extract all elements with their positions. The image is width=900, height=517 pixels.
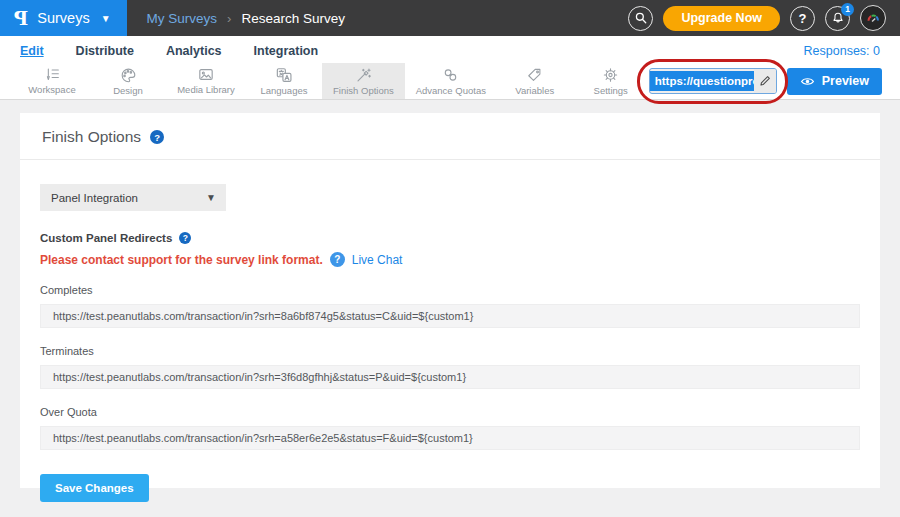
support-notice-text: Please contact support for the survey li… (40, 253, 323, 267)
panel-header: Finish Options ? (20, 113, 880, 160)
panel-body: Panel Integration ▼ Custom Panel Redirec… (20, 160, 880, 502)
custom-panel-redirects-heading: Custom Panel Redirects ? (40, 232, 860, 244)
survey-nav: Edit Distribute Analytics Integration Re… (0, 36, 900, 63)
nav-tab-edit[interactable]: Edit (20, 42, 44, 58)
finish-options-wand-icon (355, 67, 372, 83)
advance-quotas-chain-icon (442, 67, 459, 83)
chevron-down-icon: ▼ (101, 13, 111, 24)
nav-tab-analytics[interactable]: Analytics (166, 42, 222, 58)
edit-url-button[interactable] (754, 69, 776, 93)
breadcrumb: My Surveys › Research Survey (147, 11, 345, 26)
avatar-logo-icon (864, 9, 882, 27)
surveys-menu[interactable]: P Surveys ▼ (0, 0, 127, 36)
toolbar-tab-advance-quotas[interactable]: Advance Quotas (405, 63, 497, 99)
toolbar-tab-settings[interactable]: Settings (573, 63, 649, 99)
finish-options-help-icon[interactable]: ? (150, 130, 164, 144)
top-header: P Surveys ▼ My Surveys › Research Survey… (0, 0, 900, 36)
preview-button[interactable]: Preview (787, 68, 882, 95)
nav-tab-distribute[interactable]: Distribute (76, 42, 134, 58)
header-actions: Upgrade Now ? 1 (628, 5, 900, 31)
toolbar-tab-workspace[interactable]: Workspace (14, 63, 90, 99)
completes-url-field[interactable]: https://test.peanutlabs.com/transaction/… (40, 304, 860, 328)
survey-url-input[interactable]: https://questionpro.com/t/A (649, 68, 777, 94)
questionpro-logo-icon: P (14, 7, 28, 29)
upgrade-now-button[interactable]: Upgrade Now (663, 6, 780, 31)
finish-option-type-select[interactable]: Panel Integration ▼ (40, 184, 226, 211)
toolbar-tab-languages[interactable]: Languages (246, 63, 322, 99)
breadcrumb-current-survey: Research Survey (241, 11, 345, 26)
notification-badge: 1 (841, 3, 854, 16)
search-button[interactable] (628, 6, 653, 31)
live-chat-link[interactable]: Live Chat (352, 253, 403, 267)
toolbar-right: https://questionpro.com/t/A Preview (649, 63, 900, 99)
page-title: Finish Options (42, 128, 141, 146)
product-name: Surveys (37, 10, 89, 26)
toolbar-tab-media-library[interactable]: Media Library (166, 63, 246, 99)
variables-tag-icon (526, 67, 543, 83)
responses-count: Responses: 0 (804, 42, 880, 58)
settings-gear-icon (602, 67, 619, 83)
account-avatar[interactable] (860, 5, 886, 31)
toolbar-tab-design[interactable]: Design (90, 63, 166, 99)
help-icon: ? (799, 11, 807, 26)
dropdown-selected-value: Panel Integration (51, 192, 138, 204)
help-button[interactable]: ? (790, 6, 815, 31)
over-quota-url-field[interactable]: https://test.peanutlabs.com/transaction/… (40, 426, 860, 450)
notifications-button[interactable]: 1 (825, 6, 850, 31)
survey-url-selected-text: https://questionpro.com/t/A (650, 71, 754, 91)
breadcrumb-separator: › (227, 11, 231, 26)
live-chat-help-icon[interactable]: ? (330, 252, 345, 267)
edit-toolbar: Workspace Design Media Library Languages (0, 63, 900, 100)
over-quota-label: Over Quota (40, 406, 860, 418)
survey-url-group: https://questionpro.com/t/A (649, 68, 777, 94)
breadcrumb-my-surveys[interactable]: My Surveys (147, 11, 218, 26)
chevron-down-icon: ▼ (206, 192, 216, 203)
finish-options-panel: Finish Options ? Panel Integration ▼ Cus… (20, 113, 880, 488)
search-icon (634, 11, 648, 25)
media-library-icon (197, 67, 215, 82)
design-palette-icon (120, 67, 137, 83)
eye-icon (800, 76, 815, 87)
save-changes-button[interactable]: Save Changes (40, 474, 149, 502)
workspace-icon (44, 67, 61, 82)
completes-label: Completes (40, 284, 860, 296)
toolbar-tab-variables[interactable]: Variables (497, 63, 573, 99)
terminates-url-field[interactable]: https://test.peanutlabs.com/transaction/… (40, 365, 860, 389)
languages-icon (275, 67, 293, 83)
pencil-icon (759, 75, 771, 87)
support-notice-row: Please contact support for the survey li… (40, 252, 860, 267)
section-help-icon[interactable]: ? (179, 232, 191, 244)
terminates-label: Terminates (40, 345, 860, 357)
toolbar-tab-finish-options[interactable]: Finish Options (322, 63, 405, 99)
nav-tab-integration[interactable]: Integration (254, 42, 319, 58)
